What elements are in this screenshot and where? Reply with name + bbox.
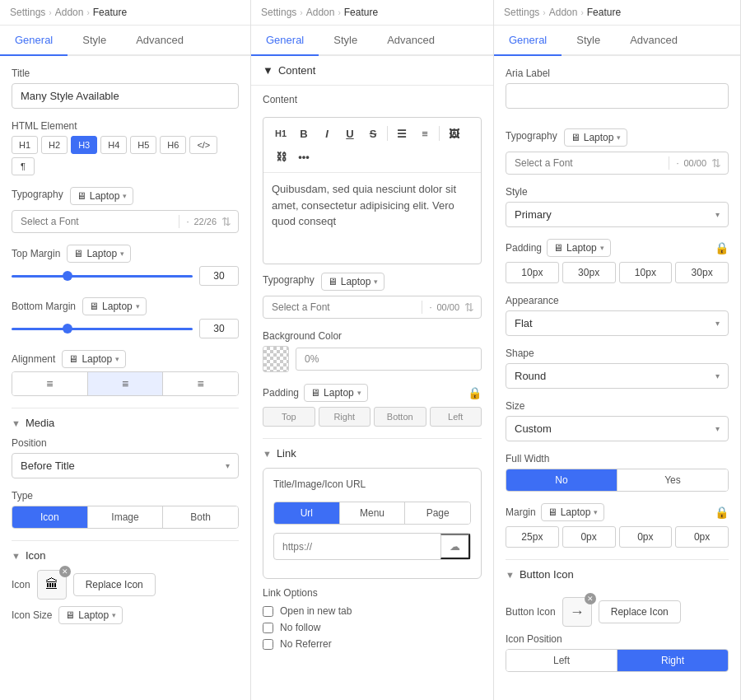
icon-position-right-btn[interactable]: Right [618, 650, 728, 671]
type-icon-btn[interactable]: Icon [12, 506, 88, 528]
no-follow-checkbox[interactable] [263, 623, 273, 633]
full-width-yes-btn[interactable]: Yes [618, 469, 728, 491]
html-h4-btn[interactable]: H4 [100, 136, 127, 154]
url-upload-btn[interactable]: ☁ [440, 534, 470, 559]
padding-left-right[interactable]: 30px [675, 262, 729, 283]
tab-style-left[interactable]: Style [68, 26, 121, 56]
device-select-right[interactable]: 🖥 Laptop ▾ [564, 128, 628, 147]
tab-general-left[interactable]: General [0, 26, 68, 56]
breadcrumb-addon-right[interactable]: Addon [549, 7, 578, 18]
align-left-btn[interactable]: ≡ [12, 372, 88, 395]
align-center-btn[interactable]: ≡ [88, 372, 164, 395]
tab-general-right[interactable]: General [494, 26, 562, 56]
bottom-margin-slider[interactable] [12, 328, 193, 330]
html-h5-btn[interactable]: H5 [130, 136, 156, 154]
toolbar-align-btn[interactable]: ☰ [391, 123, 412, 144]
padding-right-right[interactable]: 30px [562, 262, 616, 283]
margin-lock-icon-right[interactable]: 🔒 [715, 506, 729, 519]
size-dropdown[interactable]: Custom ▾ [506, 416, 729, 441]
icon-section-header[interactable]: ▼ Icon [12, 540, 239, 570]
type-both-btn[interactable]: Both [163, 506, 238, 528]
title-input[interactable] [12, 83, 239, 109]
font-select-right[interactable] [506, 152, 669, 174]
tab-advanced-mid[interactable]: Advanced [372, 26, 450, 56]
replace-icon-btn-right[interactable]: Replace Icon [599, 600, 681, 623]
breadcrumb-settings-mid[interactable]: Settings [261, 7, 296, 18]
alignment-device[interactable]: 🖥 Laptop ▾ [62, 350, 126, 368]
margin-right-right[interactable]: 0px [562, 526, 616, 548]
toolbar-link-btn[interactable]: ⛓ [270, 146, 291, 167]
toolbar-h1-btn[interactable]: H1 [270, 123, 291, 144]
device-select-mid[interactable]: 🖥 Laptop ▾ [321, 273, 385, 291]
top-margin-device[interactable]: 🖥 Laptop ▾ [67, 245, 131, 263]
font-adjust-icon[interactable]: ⇅ [221, 215, 231, 228]
tab-advanced-right[interactable]: Advanced [615, 26, 692, 56]
type-image-btn[interactable]: Image [88, 506, 164, 528]
align-right-btn[interactable]: ≡ [163, 372, 238, 395]
open-new-tab-checkbox[interactable] [263, 606, 273, 617]
link-tab-url[interactable]: Url [274, 502, 340, 524]
opacity-input[interactable] [296, 348, 482, 371]
content-editor[interactable]: Quibusdam, sed quia nesciunt dolor sit a… [263, 173, 481, 264]
top-margin-slider[interactable] [12, 275, 193, 278]
html-h1-btn[interactable]: H1 [12, 136, 38, 154]
toolbar-image-btn[interactable]: 🖼 [443, 123, 464, 144]
link-section-header[interactable]: ▼ Link [263, 438, 482, 468]
style-dropdown[interactable]: Primary ▾ [506, 202, 729, 227]
position-dropdown[interactable]: Before Title ▾ [12, 453, 239, 478]
tab-general-mid[interactable]: General [251, 26, 319, 56]
html-para-btn[interactable]: ¶ [12, 157, 35, 175]
html-h3-btn[interactable]: H3 [71, 136, 97, 154]
padding-lock-icon-mid[interactable]: 🔒 [468, 386, 482, 399]
tab-style-mid[interactable]: Style [319, 26, 372, 56]
toolbar-list-btn[interactable]: ≡ [414, 123, 436, 144]
breadcrumb-addon[interactable]: Addon [55, 7, 84, 18]
html-h2-btn[interactable]: H2 [41, 136, 68, 154]
appearance-dropdown[interactable]: Flat ▾ [506, 310, 729, 336]
media-section-header[interactable]: ▼ Media [12, 408, 239, 437]
padding-bottom-right[interactable]: 10px [619, 262, 673, 283]
top-margin-value[interactable] [199, 266, 239, 286]
html-code-btn[interactable]: </> [189, 136, 217, 154]
margin-top-right[interactable]: 25px [506, 526, 559, 548]
replace-icon-btn-left[interactable]: Replace Icon [73, 573, 156, 596]
breadcrumb-settings-right[interactable]: Settings [504, 7, 539, 18]
font-select-mid[interactable] [263, 296, 422, 318]
padding-lock-icon-right[interactable]: 🔒 [715, 241, 729, 254]
aria-label-input[interactable] [506, 83, 729, 109]
link-tab-menu[interactable]: Menu [340, 502, 406, 524]
font-adjust-icon-mid[interactable]: ⇅ [464, 301, 474, 314]
link-tab-page[interactable]: Page [405, 502, 470, 524]
toolbar-bold-btn[interactable]: B [293, 123, 315, 144]
toolbar-italic-btn[interactable]: I [316, 123, 338, 144]
shape-dropdown[interactable]: Round ▾ [506, 363, 729, 389]
icon-size-device[interactable]: 🖥 Laptop ▾ [58, 606, 123, 624]
breadcrumb-settings[interactable]: Settings [10, 7, 45, 18]
button-icon-section-header[interactable]: ▼ Button Icon [506, 559, 729, 589]
tab-style-right[interactable]: Style [562, 26, 615, 56]
color-swatch[interactable] [263, 346, 289, 372]
url-input[interactable] [274, 535, 440, 558]
no-referrer-checkbox[interactable] [263, 639, 273, 650]
toolbar-strikethrough-btn[interactable]: S [362, 123, 384, 144]
bottom-margin-value[interactable] [199, 319, 239, 338]
full-width-no-btn[interactable]: No [506, 469, 618, 491]
html-h6-btn[interactable]: H6 [160, 136, 186, 154]
bottom-margin-device[interactable]: 🖥 Laptop ▾ [82, 297, 147, 315]
font-adjust-icon-right[interactable]: ⇅ [711, 156, 721, 170]
tab-advanced-left[interactable]: Advanced [121, 26, 198, 56]
font-select-left[interactable] [12, 211, 179, 232]
device-select-left[interactable]: 🖥 Laptop ▾ [70, 187, 134, 205]
button-icon-remove-btn[interactable]: ✕ [585, 593, 596, 604]
breadcrumb-addon-mid[interactable]: Addon [306, 7, 335, 18]
padding-device-right[interactable]: 🖥 Laptop ▾ [547, 239, 611, 257]
margin-bottom-right[interactable]: 0px [619, 526, 673, 548]
icon-remove-btn[interactable]: ✕ [59, 566, 71, 577]
padding-top-right[interactable]: 10px [506, 262, 559, 283]
margin-device-right[interactable]: 🖥 Laptop ▾ [541, 503, 605, 521]
toolbar-more-btn[interactable]: ••• [293, 146, 315, 167]
content-section-header[interactable]: ▼ Content [251, 56, 493, 86]
padding-device-mid[interactable]: 🖥 Laptop ▾ [304, 384, 368, 402]
margin-left-right[interactable]: 0px [675, 526, 729, 548]
toolbar-underline-btn[interactable]: U [339, 123, 361, 144]
